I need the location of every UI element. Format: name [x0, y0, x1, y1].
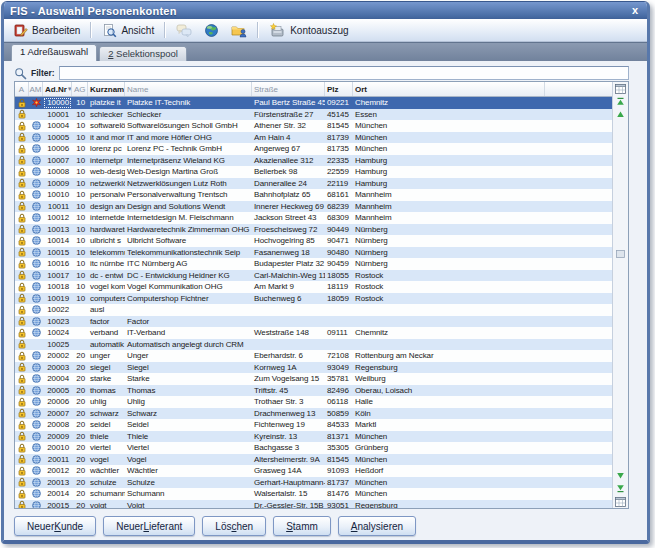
cell-strasse: Walsertalstr. 15 — [252, 488, 325, 500]
table-row[interactable]: 1001110design andDesign and Solutions We… — [15, 201, 612, 213]
column-header-str[interactable]: Straße — [252, 82, 325, 96]
neuer-kunde-button[interactable]: Neuer Kunde — [14, 516, 96, 536]
cell-am — [29, 258, 43, 270]
cell-filler — [545, 431, 612, 443]
cell-plz: 81545 — [325, 454, 353, 466]
scroll-up-button[interactable] — [614, 109, 627, 120]
table-row[interactable]: 2001420schumannSchumannWalsertalstr. 158… — [15, 488, 612, 500]
table-row[interactable]: 2001320schulzeSchulzeGerhart-Hauptmann-R… — [15, 477, 612, 489]
neuer-lieferant-button[interactable]: Neuer Lieferant — [103, 516, 195, 536]
table-row[interactable]: 2000320siegelSiegelKornweg 1A93049Regens… — [15, 362, 612, 374]
column-header-ag[interactable]: AG — [72, 82, 88, 96]
tab-selektionspool[interactable]: 2 Selektionspool — [99, 46, 187, 61]
cell-kurzname: verband — [88, 327, 125, 339]
cell-name: Telekommunikationstechnik Seip — [125, 247, 252, 259]
cell-kurzname: ausl — [88, 304, 125, 316]
cell-filler — [545, 304, 612, 316]
table-row[interactable]: 1001510telekommunTelekommunikationstechn… — [15, 247, 612, 259]
table-row[interactable]: 1001310hardwareteHardwaretechnik Zimmerm… — [15, 224, 612, 236]
cell-lock — [15, 178, 29, 190]
table-row[interactable]: 2000720schwarzSchwarzDrachmenweg 1350859… — [15, 408, 612, 420]
column-header-nr[interactable]: Ad.Nr▼ — [43, 82, 72, 96]
column-header-kurz[interactable]: Kurzname — [88, 82, 125, 96]
table-row[interactable]: 2001220wächtlerWächtlerGrasweg 14A91093H… — [15, 465, 612, 477]
analysieren-button[interactable]: Analysieren — [338, 516, 416, 536]
column-header-a[interactable]: A — [15, 82, 29, 96]
column-header-ort[interactable]: Ort — [353, 82, 545, 96]
button-label: K — [54, 521, 61, 532]
button-label: unde — [61, 521, 83, 532]
stamm-button[interactable]: Stamm — [273, 516, 331, 536]
cell-name: Schlecker — [125, 109, 252, 121]
kontoauszug-button[interactable]: Kontoauszug — [264, 22, 353, 39]
table-row[interactable]: 1001810vogel kommVogel Kommunikation OHG… — [15, 281, 612, 293]
tab-selektionspool-label: Selektionspool — [113, 48, 177, 59]
table-row[interactable]: 10024verbandIT-VerbandWeststraße 1480911… — [15, 327, 612, 339]
globe-icon — [32, 248, 41, 257]
cell-adnr: 10023 — [43, 316, 72, 328]
scroll-to-top-button[interactable] — [614, 96, 627, 107]
cell-name: Vogel — [125, 454, 252, 466]
cell-adnr: 20014 — [43, 488, 72, 500]
table-row[interactable]: 10022ausl — [15, 304, 612, 316]
table-row[interactable]: 2001120vogelVogelAltersheimerstr. 9A8154… — [15, 454, 612, 466]
table-row[interactable]: 1001010personalvePersonalverwaltung Tren… — [15, 189, 612, 201]
column-header-am[interactable]: AM — [29, 82, 43, 96]
cell-ag — [72, 316, 88, 328]
table-row[interactable]: 1000810web-designWeb-Design Martina Groß… — [15, 166, 612, 178]
table-row[interactable]: 2000220ungerUngerEberhardstr. 672108Rott… — [15, 350, 612, 362]
table-row[interactable]: 1001210internetdeInternetdesign M. Fleis… — [15, 212, 612, 224]
table-row[interactable]: 2001020viertelViertelBachgasse 335305Grü… — [15, 442, 612, 454]
contacts-folder-button[interactable] — [226, 22, 252, 39]
table-row[interactable]: 2000520thomasThomasTriftstr. 4582496Ober… — [15, 385, 612, 397]
column-header-name[interactable]: Name — [125, 82, 252, 96]
cell-filler — [545, 454, 612, 466]
column-chooser-button[interactable] — [614, 83, 627, 94]
filter-magnifier-icon[interactable] — [14, 67, 27, 80]
table-row[interactable]: 1001410ulbricht sUlbricht SoftwareHochvo… — [15, 235, 612, 247]
scroll-down-button[interactable] — [614, 470, 627, 481]
ansicht-button[interactable]: Ansicht — [97, 22, 159, 39]
close-button[interactable]: x — [629, 5, 641, 16]
table-row[interactable]: 2000820seidelSeidelFichtenweg 1984533Mar… — [15, 419, 612, 431]
table-row[interactable]: 10025automatikAutomatisch angelegt durch… — [15, 339, 612, 351]
table-row[interactable]: 2001520voigtVoigtDr.-Gessler-Str. 15B930… — [15, 500, 612, 509]
table-row[interactable]: 1000410softwarelöSoftwarelösungen Scholl… — [15, 120, 612, 132]
filter-input[interactable] — [59, 66, 629, 80]
padlock-icon — [18, 408, 26, 418]
table-row[interactable]: 1000610lorenz pcLorenz PC - Technik GmbH… — [15, 143, 612, 155]
loeschen-button[interactable]: Löschen — [202, 516, 266, 536]
internet-button[interactable] — [199, 22, 224, 39]
button-label: Lös — [215, 521, 231, 532]
table-row[interactable]: 1000710internetprInternetpräsenz Wieland… — [15, 155, 612, 167]
table-row[interactable]: 1001610itc nürnbeITC Nürnberg AGBudapest… — [15, 258, 612, 270]
bearbeiten-button[interactable]: Bearbeiten — [8, 22, 85, 39]
table-row[interactable]: 1000010platzke itPlatzke IT-TechnikPaul … — [15, 97, 612, 109]
scrollbar-thumb-icon — [616, 250, 625, 258]
table-row[interactable]: 1000910netzwerklöNetzwerklösungen Lutz R… — [15, 178, 612, 190]
cell-plz: 18119 — [325, 281, 353, 293]
cell-filler — [545, 235, 612, 247]
cell-ort: München — [353, 488, 545, 500]
table-row[interactable]: 1001710dc - entwiDC - Entwicklung Heidne… — [15, 270, 612, 282]
chat-button[interactable] — [171, 22, 197, 39]
table-row[interactable]: 10023factorFactor — [15, 316, 612, 328]
cell-strasse — [252, 339, 325, 351]
table-row[interactable]: 1000110schleckerSchleckerFürstenstraße 2… — [15, 109, 612, 121]
cell-adnr: 10015 — [43, 247, 72, 259]
globe-icon — [32, 271, 41, 280]
cell-adnr: 20015 — [43, 500, 72, 509]
kontoauszug-label: Kontoauszug — [290, 25, 348, 36]
table-row[interactable]: 2000920thieleThieleKyreinstr. 1381371Mün… — [15, 431, 612, 443]
column-header-plz[interactable]: Plz — [325, 82, 353, 96]
table-row[interactable]: 1001910computershComputershop FichtnerBu… — [15, 293, 612, 305]
tab-adressauswahl[interactable]: 1 Adreßauswahl — [11, 44, 97, 61]
cell-am — [29, 155, 43, 167]
scroll-to-bottom-button[interactable] — [614, 483, 627, 494]
table-row[interactable]: 1000510it and morIT and more Höfler OHGA… — [15, 132, 612, 144]
table-row[interactable]: 2000420starkeStarkeZum Vogelsang 1535781… — [15, 373, 612, 385]
column-chooser-button-bottom[interactable] — [614, 496, 627, 507]
table-row[interactable]: 2000620uhligUhligTrothaer Str. 306118Hal… — [15, 396, 612, 408]
cell-plz: 81476 — [325, 488, 353, 500]
scrollbar-thumb[interactable] — [614, 248, 627, 259]
